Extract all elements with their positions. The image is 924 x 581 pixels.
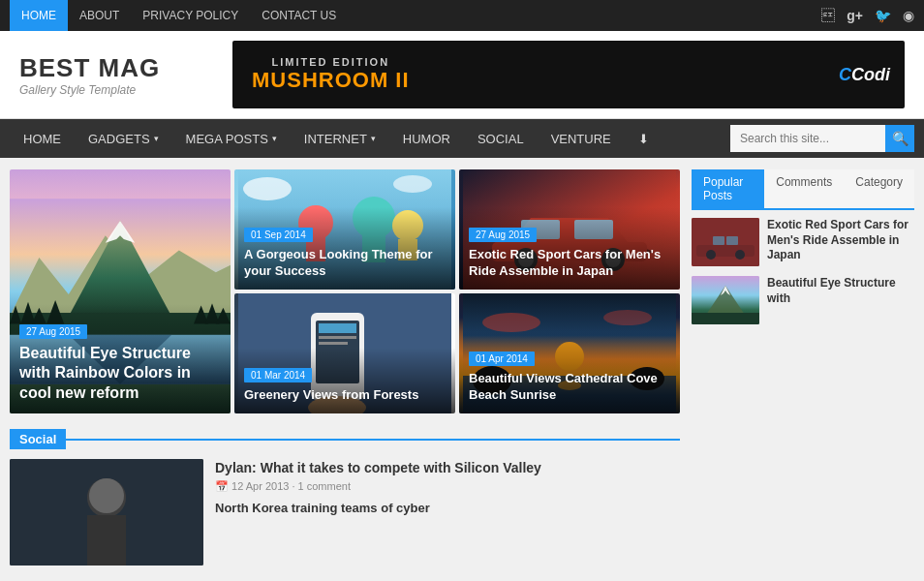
beach-post-date: 01 Apr 2014	[469, 352, 535, 366]
toys-post-overlay: 01 Sep 2014 A Gorgeous Looking Theme for…	[234, 207, 455, 290]
nav-home[interactable]: HOME	[10, 119, 75, 158]
nav-menu: HOME GADGETS ▾ MEGA POSTS ▾ INTERNET ▾ H…	[10, 119, 730, 158]
top-nav-links: HOME ABOUT PRIVACY POLICY CONTACT US	[10, 0, 348, 31]
top-nav-social:  g+ 🐦 ◉	[821, 8, 914, 23]
social-posts-container: Dylan: What it takes to compete with Sil…	[10, 459, 680, 566]
svg-point-21	[243, 177, 292, 200]
main-post-title: Beautiful Eye Structure with Rainbow Col…	[19, 344, 221, 404]
banner-logo: CCodi	[839, 65, 905, 85]
nav-mega-posts[interactable]: MEGA POSTS ▾	[172, 119, 291, 158]
site-header: BEST MAG Gallery Style Template LIMITED …	[0, 31, 924, 119]
main-content: 27 Aug 2015 Beautiful Eye Structure with…	[10, 169, 680, 566]
main-navigation: HOME GADGETS ▾ MEGA POSTS ▾ INTERNET ▾ H…	[0, 119, 924, 158]
nav-venture[interactable]: VENTURE	[538, 119, 625, 158]
nav-social[interactable]: SOCIAL	[464, 119, 538, 158]
sidebar-tab-bar: Popular Posts Comments Category	[692, 169, 914, 210]
banner-advertisement[interactable]: LIMITED EDITION MUSHROOM II CCodi	[232, 41, 905, 108]
featured-main-post[interactable]: 27 Aug 2015 Beautiful Eye Structure with…	[10, 169, 231, 413]
social-post-list: Dylan: What it takes to compete with Sil…	[215, 459, 680, 566]
car-post-title: Exotic Red Sport Cars for Men's Ride Ass…	[469, 247, 670, 280]
featured-post-phone[interactable]: 01 Mar 2014 Greenery Views from Forests	[234, 293, 455, 413]
social-post-2-title[interactable]: North Korea training teams of cyber	[215, 501, 680, 515]
featured-post-toys[interactable]: 01 Sep 2014 A Gorgeous Looking Theme for…	[234, 169, 455, 290]
banner-product-name: MUSHROOM II	[252, 68, 410, 93]
nav-download[interactable]: ⬇	[625, 119, 662, 158]
featured-post-beach[interactable]: 01 Apr 2014 Beautiful Views Cathedral Co…	[459, 293, 680, 413]
sidebar-post-1-title: Exotic Red Sport Cars for Men's Ride Ass…	[767, 218, 914, 263]
social-featured-image	[10, 459, 203, 566]
social-section-label: Social	[10, 429, 66, 449]
social-post-1-title[interactable]: Dylan: What it takes to compete with Sil…	[215, 459, 680, 476]
banner-line1: LIMITED EDITION	[252, 56, 410, 68]
sidebar-post-1-thumb	[692, 218, 759, 266]
banner-content: LIMITED EDITION MUSHROOM II	[232, 56, 410, 93]
facebook-icon[interactable]: 	[821, 8, 835, 23]
main-post-date: 27 Aug 2015	[19, 324, 87, 339]
search-button[interactable]: 🔍	[885, 125, 914, 152]
section-divider	[66, 439, 680, 441]
svg-point-53	[89, 478, 124, 513]
social-section-header: Social	[10, 429, 680, 449]
tab-comments[interactable]: Comments	[764, 169, 844, 208]
svg-rect-61	[692, 218, 759, 266]
site-title: BEST MAG	[19, 53, 213, 83]
social-post-1-meta: 📅 12 Apr 2013 · 1 comment	[215, 480, 680, 493]
sidebar-post-2-thumb	[692, 276, 759, 324]
featured-grid: 27 Aug 2015 Beautiful Eye Structure with…	[10, 169, 680, 413]
site-subtitle: Gallery Style Template	[19, 83, 213, 97]
social-section: Social Dylan: What it takes	[10, 429, 680, 566]
site-branding: BEST MAG Gallery Style Template	[19, 53, 213, 97]
phone-post-title: Greenery Views from Forests	[244, 387, 446, 404]
featured-post-car[interactable]: 27 Aug 2015 Exotic Red Sport Cars for Me…	[459, 169, 680, 290]
svg-point-48	[603, 310, 652, 325]
nav-humor[interactable]: HUMOR	[389, 119, 464, 158]
car-post-overlay: 27 Aug 2015 Exotic Red Sport Cars for Me…	[459, 207, 680, 290]
sidebar-popular-post-2[interactable]: Beautiful Eye Structure with	[692, 276, 914, 324]
sidebar-post-2-title: Beautiful Eye Structure with	[767, 276, 914, 306]
beach-post-title: Beautiful Views Cathedral Cove Beach Sun…	[469, 371, 670, 404]
top-nav-about[interactable]: ABOUT	[68, 0, 131, 31]
svg-point-22	[393, 175, 432, 193]
phone-post-overlay: 01 Mar 2014 Greenery Views from Forests	[234, 348, 455, 413]
toys-post-date: 01 Sep 2014	[244, 228, 313, 242]
svg-point-47	[482, 313, 540, 332]
phone-post-date: 01 Mar 2014	[244, 368, 312, 382]
beach-post-overlay: 01 Apr 2014 Beautiful Views Cathedral Co…	[459, 331, 680, 413]
svg-rect-65	[692, 313, 759, 324]
search-input[interactable]	[730, 125, 885, 152]
car-post-date: 27 Aug 2015	[469, 228, 537, 242]
nav-gadgets[interactable]: GADGETS ▾	[75, 119, 172, 158]
tab-category[interactable]: Category	[844, 169, 914, 208]
main-post-overlay: 27 Aug 2015 Beautiful Eye Structure with…	[10, 304, 231, 413]
search-form: 🔍	[730, 125, 914, 152]
rss-icon[interactable]: ◉	[903, 8, 914, 23]
content-area: 27 Aug 2015 Beautiful Eye Structure with…	[0, 158, 924, 577]
mega-posts-dropdown-arrow: ▾	[272, 134, 277, 143]
twitter-icon[interactable]: 🐦	[875, 8, 891, 23]
toys-post-title: A Gorgeous Looking Theme for your Succes…	[244, 247, 446, 280]
googleplus-icon[interactable]: g+	[847, 8, 863, 23]
sidebar-popular-post-1[interactable]: Exotic Red Sport Cars for Men's Ride Ass…	[692, 218, 914, 266]
sidebar: Popular Posts Comments Category Exotic R…	[692, 169, 914, 566]
top-nav-home[interactable]: HOME	[10, 0, 68, 31]
svg-rect-37	[319, 336, 356, 339]
top-nav-contact[interactable]: CONTACT US	[250, 0, 348, 31]
tab-popular-posts[interactable]: Popular Posts	[692, 169, 764, 208]
svg-rect-36	[319, 323, 356, 333]
svg-rect-38	[319, 342, 348, 345]
top-navigation: HOME ABOUT PRIVACY POLICY CONTACT US  g…	[0, 0, 924, 31]
nav-internet[interactable]: INTERNET ▾	[291, 119, 389, 158]
internet-dropdown-arrow: ▾	[371, 134, 376, 143]
gadgets-dropdown-arrow: ▾	[154, 134, 159, 143]
top-nav-privacy[interactable]: PRIVACY POLICY	[131, 0, 250, 31]
